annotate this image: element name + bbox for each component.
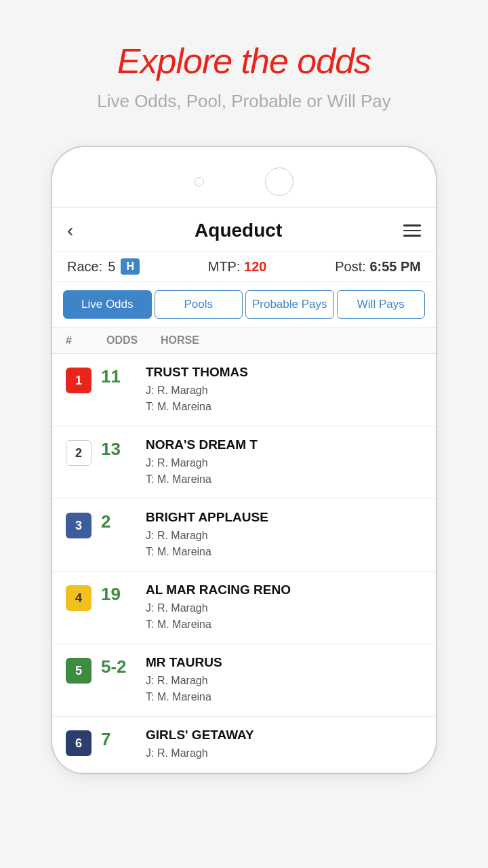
horse-name: MR TAURUS (146, 655, 422, 670)
hero-subtitle: Live Odds, Pool, Probable or Will Pay (97, 91, 391, 112)
table-header: # ODDS HORSE (52, 328, 436, 354)
horse-number-badge: 5 (66, 658, 92, 684)
horse-odds: 11 (92, 365, 146, 387)
horse-number-badge: 3 (66, 513, 92, 538)
tabs-bar: Live Odds Pools Probable Pays Will Pays (52, 282, 436, 328)
horse-info: BRIGHT APPLAUSE J: R. Maragh T: M. Marei… (146, 510, 422, 560)
app-screen: ‹ Aqueduct Race: 5 H MTP: 120 Post: 6:55… (52, 207, 436, 773)
horse-number-badge: 6 (66, 730, 92, 756)
col-header-num: # (66, 334, 106, 347)
horse-trainer: T: M. Mareina (146, 616, 422, 633)
table-row[interactable]: 6 7 GIRLS' GETAWAY J: R. Maragh (52, 717, 436, 773)
hero-title: Explore the odds (117, 41, 371, 81)
race-info-bar: Race: 5 H MTP: 120 Post: 6:55 PM (52, 252, 436, 282)
mtp-label: MTP: (208, 259, 241, 274)
table-row[interactable]: 3 2 BRIGHT APPLAUSE J: R. Maragh T: M. M… (52, 499, 436, 572)
horse-info: NORA'S DREAM T J: R. Maragh T: M. Marein… (146, 437, 422, 488)
app-header: ‹ Aqueduct (52, 208, 436, 252)
phone-camera (195, 177, 204, 186)
tab-probable-pays[interactable]: Probable Pays (245, 290, 334, 319)
page-title: Aqueduct (195, 220, 282, 241)
horse-name: GIRLS' GETAWAY (146, 728, 422, 743)
horse-odds: 7 (92, 728, 146, 750)
menu-line-2 (403, 230, 421, 232)
phone-top-bar (52, 161, 436, 207)
table-row[interactable]: 1 11 TRUST THOMAS J: R. Maragh T: M. Mar… (52, 354, 436, 427)
horse-name: BRIGHT APPLAUSE (146, 510, 422, 525)
phone-wrapper: ‹ Aqueduct Race: 5 H MTP: 120 Post: 6:55… (51, 146, 437, 774)
race-number-section: Race: 5 H (67, 258, 140, 275)
menu-line-3 (403, 235, 421, 237)
horse-info: AL MAR RACING RENO J: R. Maragh T: M. Ma… (146, 583, 422, 633)
mtp-section: MTP: 120 (208, 259, 267, 275)
horse-number-badge: 1 (66, 368, 92, 393)
col-header-odds: ODDS (106, 334, 161, 347)
table-row[interactable]: 5 5-2 MR TAURUS J: R. Maragh T: M. Marei… (52, 644, 436, 717)
hero-section: Explore the odds Live Odds, Pool, Probab… (0, 0, 488, 132)
horse-name: AL MAR RACING RENO (146, 583, 422, 597)
table-row[interactable]: 2 13 NORA'S DREAM T J: R. Maragh T: M. M… (52, 427, 436, 499)
mtp-value: 120 (244, 259, 266, 274)
post-section: Post: 6:55 PM (335, 259, 421, 275)
table-row[interactable]: 4 19 AL MAR RACING RENO J: R. Maragh T: … (52, 572, 436, 644)
horse-jockey: J: R. Maragh (146, 745, 422, 762)
tab-live-odds[interactable]: Live Odds (63, 290, 152, 319)
horse-odds: 2 (92, 510, 146, 532)
back-button[interactable]: ‹ (67, 221, 73, 240)
horse-odds: 13 (92, 437, 146, 460)
horse-trainer: T: M. Mareina (146, 399, 422, 415)
horse-jockey: J: R. Maragh (146, 382, 422, 399)
tab-will-pays[interactable]: Will Pays (337, 290, 426, 319)
post-time: 6:55 PM (369, 259, 421, 274)
horse-jockey: J: R. Maragh (146, 528, 422, 544)
horse-number-badge: 4 (66, 585, 92, 611)
horse-odds: 19 (92, 583, 146, 605)
col-header-horse: HORSE (161, 334, 422, 347)
post-label: Post: (335, 259, 366, 274)
horse-name: NORA'S DREAM T (146, 437, 422, 452)
horse-info: TRUST THOMAS J: R. Maragh T: M. Mareina (146, 365, 422, 415)
horse-jockey: J: R. Maragh (146, 455, 422, 471)
horse-number-badge: 2 (66, 440, 92, 466)
horse-jockey: J: R. Maragh (146, 600, 422, 616)
horse-list: 1 11 TRUST THOMAS J: R. Maragh T: M. Mar… (52, 354, 436, 773)
race-badge: H (121, 258, 140, 275)
menu-line-1 (403, 224, 421, 226)
race-label: Race: (67, 259, 102, 275)
horse-name: TRUST THOMAS (146, 365, 422, 380)
phone-frame: ‹ Aqueduct Race: 5 H MTP: 120 Post: 6:55… (51, 146, 437, 774)
race-number: 5 (108, 259, 115, 275)
phone-home-button (265, 167, 293, 196)
tab-pools[interactable]: Pools (155, 290, 243, 319)
horse-odds: 5-2 (92, 655, 146, 677)
horse-trainer: T: M. Mareina (146, 471, 422, 488)
menu-button[interactable] (403, 224, 421, 237)
horse-info: GIRLS' GETAWAY J: R. Maragh (146, 728, 422, 762)
horse-info: MR TAURUS J: R. Maragh T: M. Mareina (146, 655, 422, 705)
horse-trainer: T: M. Mareina (146, 544, 422, 560)
horse-jockey: J: R. Maragh (146, 673, 422, 689)
horse-trainer: T: M. Mareina (146, 689, 422, 705)
